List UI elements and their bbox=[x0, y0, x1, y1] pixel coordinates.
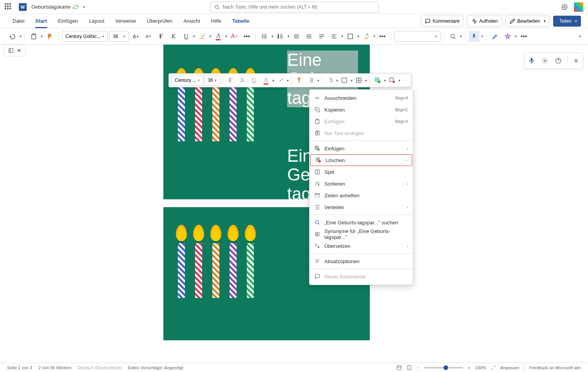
float-shading-dd[interactable]: ▾ bbox=[336, 78, 338, 83]
tab-tabelle[interactable]: Tabelle bbox=[227, 14, 255, 28]
bullets-button[interactable] bbox=[259, 31, 270, 42]
format-painter-button[interactable] bbox=[44, 31, 55, 42]
float-border-dd[interactable]: ▾ bbox=[351, 78, 353, 83]
ctx-search[interactable]: „Eine Geburts-tagspar..." suchen bbox=[309, 217, 413, 228]
align-button[interactable] bbox=[329, 31, 340, 42]
ltr-button[interactable] bbox=[316, 31, 327, 42]
float-bullets[interactable] bbox=[306, 75, 317, 86]
more-font-button[interactable]: ••• bbox=[241, 31, 252, 42]
status-lang[interactable]: Deutsch (Deutschland) bbox=[78, 365, 122, 370]
zoom-out[interactable]: − bbox=[417, 365, 419, 370]
highlight-button[interactable] bbox=[197, 31, 208, 42]
print-view-icon[interactable] bbox=[407, 365, 412, 370]
float-border[interactable] bbox=[339, 75, 350, 86]
panel-help[interactable] bbox=[554, 56, 563, 65]
numbering-dropdown[interactable]: ▾ bbox=[288, 34, 289, 38]
share-button[interactable]: Teilen▾ bbox=[553, 16, 581, 27]
settings-icon[interactable] bbox=[561, 4, 568, 10]
feedback-link[interactable]: Feedback an Microsoft sen bbox=[529, 365, 581, 370]
status-words[interactable]: 2 von 56 Wörtern bbox=[38, 365, 71, 370]
status-editor[interactable]: Editor-Vorschläge: Angezeigt bbox=[128, 365, 183, 370]
user-avatar[interactable] bbox=[574, 2, 583, 12]
designer-dropdown[interactable]: ▾ bbox=[515, 34, 517, 38]
status-page[interactable]: Seite 1 von 3 bbox=[7, 365, 32, 370]
dictate-button[interactable] bbox=[469, 31, 479, 42]
mic-button[interactable] bbox=[527, 56, 536, 65]
edit-button[interactable]: Bearbeiten▾ bbox=[505, 16, 550, 27]
font-size-combo[interactable]: 36▾ bbox=[109, 31, 129, 42]
tab-ueberpruefen[interactable]: Überprüfen bbox=[141, 14, 178, 28]
catchup-button[interactable]: Aufholen bbox=[467, 16, 502, 27]
ctx-paragraph[interactable]: Absatzoptionen bbox=[309, 255, 413, 267]
float-format-painter[interactable] bbox=[294, 75, 305, 86]
float-font-color[interactable]: A bbox=[261, 75, 271, 86]
zoom-fit[interactable]: Anpassen bbox=[500, 365, 519, 370]
dictate-dropdown[interactable]: ▾ bbox=[481, 34, 483, 38]
styles-combo[interactable]: ▾ bbox=[394, 31, 441, 42]
nav-pane-toggle[interactable]: ✕ bbox=[4, 45, 26, 56]
float-delete-dd[interactable]: ▾ bbox=[398, 78, 400, 83]
borders-button[interactable] bbox=[345, 31, 356, 42]
float-font-color-dd[interactable]: ▾ bbox=[272, 78, 274, 83]
tab-verweise[interactable]: Verweise bbox=[110, 14, 141, 28]
float-underline[interactable]: U bbox=[249, 75, 260, 86]
float-highlight[interactable] bbox=[275, 75, 286, 86]
panel-close[interactable]: ✕ bbox=[572, 56, 581, 65]
zoom-level[interactable]: 100% bbox=[475, 365, 486, 370]
italic-button[interactable]: K bbox=[168, 31, 179, 42]
tab-ansicht[interactable]: Ansicht bbox=[178, 14, 206, 28]
numbering-button[interactable]: 123 bbox=[275, 31, 286, 42]
tab-start[interactable]: Start bbox=[30, 14, 52, 28]
app-launcher[interactable] bbox=[5, 3, 13, 11]
ctx-cut[interactable]: ✂AusschneidenStrg+X bbox=[309, 92, 413, 104]
clipboard-dropdown[interactable]: ▾ bbox=[41, 34, 43, 38]
font-color-dropdown[interactable]: ▾ bbox=[225, 34, 227, 38]
tab-einfuegen[interactable]: Einfügen bbox=[52, 14, 83, 28]
decrease-font-button[interactable]: A▼ bbox=[143, 31, 154, 42]
ctx-translate[interactable]: Übersetzen› bbox=[309, 240, 413, 252]
ribbon-collapse[interactable]: ▾ bbox=[579, 34, 581, 38]
font-color-button[interactable]: A bbox=[213, 31, 224, 42]
panel-settings[interactable] bbox=[540, 56, 550, 65]
float-insert-table[interactable] bbox=[372, 75, 383, 86]
search-box[interactable] bbox=[210, 2, 378, 13]
clipboard-button[interactable] bbox=[28, 31, 39, 42]
tab-layout[interactable]: Layout bbox=[83, 14, 110, 28]
shading-dropdown[interactable]: ▾ bbox=[373, 34, 375, 38]
borders-dropdown[interactable]: ▾ bbox=[357, 34, 359, 38]
float-highlight-dd[interactable]: ▾ bbox=[287, 78, 289, 83]
ctx-distribute[interactable]: Verteilen› bbox=[309, 201, 413, 213]
more-para-button[interactable]: ••• bbox=[377, 31, 388, 42]
bold-button[interactable]: F bbox=[156, 31, 166, 42]
comments-button[interactable]: Kommentare bbox=[421, 16, 464, 27]
ctx-split[interactable]: Split bbox=[309, 166, 413, 178]
bullets-dropdown[interactable]: ▾ bbox=[271, 34, 273, 38]
highlight-dropdown[interactable]: ▾ bbox=[209, 34, 211, 38]
align-dropdown[interactable]: ▾ bbox=[341, 34, 343, 38]
doc-menu-chevron[interactable]: ▾ bbox=[83, 5, 85, 9]
underline-button[interactable]: U bbox=[181, 31, 192, 42]
float-bold[interactable]: F bbox=[225, 75, 236, 86]
ctx-insert[interactable]: Einfügen› bbox=[309, 143, 413, 154]
font-name-combo[interactable]: Century Gothic...▾ bbox=[62, 31, 108, 42]
float-insert-dd[interactable]: ▾ bbox=[384, 78, 386, 83]
find-button[interactable] bbox=[447, 31, 458, 42]
ctx-synonyms[interactable]: ASynonyme für „Eine Geburts-tagspar..." bbox=[309, 228, 413, 240]
search-input[interactable] bbox=[223, 4, 374, 10]
zoom-in[interactable]: + bbox=[468, 365, 470, 370]
increase-indent-button[interactable] bbox=[304, 31, 315, 42]
float-font-combo[interactable]: Century ...▾ bbox=[171, 75, 203, 86]
find-dropdown[interactable]: ▾ bbox=[460, 34, 462, 38]
float-italic[interactable]: K bbox=[237, 75, 248, 86]
editor-button[interactable] bbox=[490, 31, 501, 42]
increase-font-button[interactable]: A▲ bbox=[130, 31, 141, 42]
decrease-indent-button[interactable] bbox=[291, 31, 302, 42]
float-table-dd[interactable]: ▾ bbox=[365, 78, 367, 83]
reading-view-icon[interactable] bbox=[396, 365, 402, 370]
float-size-combo[interactable]: 36▾ bbox=[204, 75, 220, 86]
ctx-copy[interactable]: KopierenStrg+C bbox=[309, 104, 413, 116]
float-shading[interactable] bbox=[324, 75, 335, 86]
tab-datei[interactable]: Datei bbox=[7, 14, 30, 28]
float-bullets-dd[interactable]: ▾ bbox=[317, 78, 319, 83]
designer-button[interactable] bbox=[502, 31, 513, 42]
